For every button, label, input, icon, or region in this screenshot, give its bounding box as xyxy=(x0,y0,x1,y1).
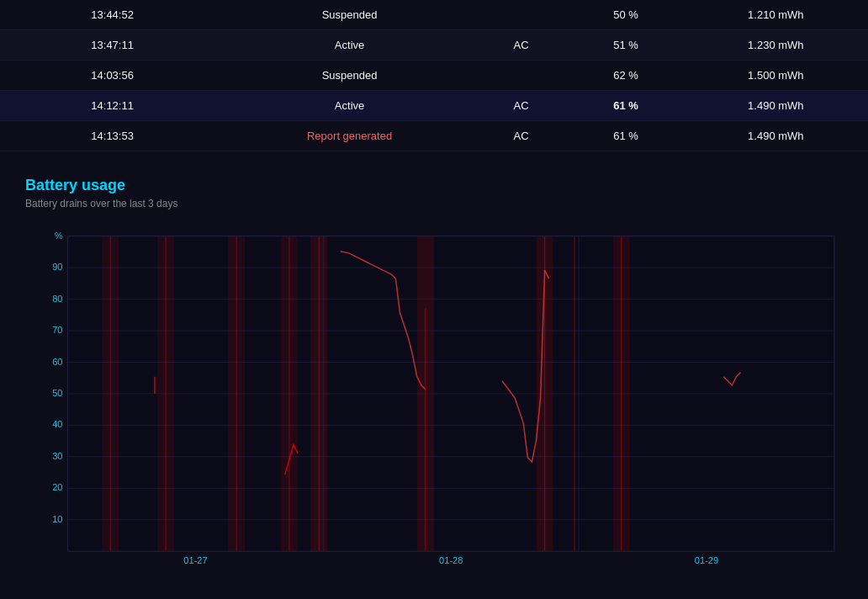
svg-text:01-28: 01-28 xyxy=(439,555,463,565)
battery-title: Battery usage xyxy=(25,177,843,194)
ac-cell: AC xyxy=(474,91,568,121)
status-cell: Active xyxy=(225,91,474,121)
mwh-cell: 1.230 mWh xyxy=(684,30,868,61)
percent-cell: 61 % xyxy=(568,121,683,151)
status-cell: Report generated xyxy=(225,121,474,151)
svg-text:10: 10 xyxy=(52,514,62,524)
svg-text:%: % xyxy=(55,231,63,241)
chart-svg: % 90 80 70 60 50 40 30 20 10 01-27 01-28… xyxy=(25,221,843,575)
svg-rect-37 xyxy=(417,236,434,552)
ac-cell: AC xyxy=(474,121,568,151)
time-cell: 14:03:56 xyxy=(0,61,225,91)
svg-rect-33 xyxy=(281,236,298,552)
ac-cell: AC xyxy=(474,30,568,61)
percent-cell: 51 % xyxy=(568,30,683,61)
svg-text:80: 80 xyxy=(52,294,62,304)
svg-text:60: 60 xyxy=(52,357,62,367)
events-table-section: 13:44:52 Suspended 50 % 1.210 mWh 13:47:… xyxy=(0,0,868,151)
ac-cell xyxy=(474,0,568,30)
percent-cell: 62 % xyxy=(568,61,683,91)
svg-rect-42 xyxy=(613,236,630,552)
status-cell: Suspended xyxy=(225,61,474,91)
svg-text:30: 30 xyxy=(52,451,62,461)
svg-text:01-29: 01-29 xyxy=(695,555,718,565)
svg-rect-28 xyxy=(157,236,174,552)
svg-text:90: 90 xyxy=(52,262,62,272)
svg-text:50: 50 xyxy=(52,388,62,398)
time-cell: 13:47:11 xyxy=(0,30,225,61)
battery-subtitle: Battery drains over the last 3 days xyxy=(25,198,843,209)
percent-cell: 50 % xyxy=(568,0,683,30)
mwh-cell: 1.210 mWh xyxy=(684,0,868,30)
mwh-cell: 1.490 mWh xyxy=(684,91,868,121)
battery-chart: % 90 80 70 60 50 40 30 20 10 01-27 01-28… xyxy=(25,221,843,575)
svg-rect-31 xyxy=(228,236,245,552)
time-cell: 13:44:52 xyxy=(0,0,225,30)
mwh-cell: 1.490 mWh xyxy=(684,121,868,151)
percent-cell: 61 % xyxy=(568,91,683,121)
status-cell: Active xyxy=(225,30,474,61)
events-table: 13:44:52 Suspended 50 % 1.210 mWh 13:47:… xyxy=(0,0,868,151)
mwh-cell: 1.500 mWh xyxy=(684,61,868,91)
status-cell: Suspended xyxy=(225,0,474,30)
time-cell: 14:12:11 xyxy=(0,91,225,121)
svg-text:01-27: 01-27 xyxy=(183,555,207,565)
svg-rect-26 xyxy=(102,236,119,552)
ac-cell xyxy=(474,61,568,91)
time-cell: 14:13:53 xyxy=(0,121,225,151)
svg-text:20: 20 xyxy=(52,482,62,492)
battery-usage-section: Battery usage Battery drains over the la… xyxy=(0,160,868,583)
svg-rect-35 xyxy=(310,236,327,552)
svg-text:40: 40 xyxy=(52,419,62,429)
svg-text:70: 70 xyxy=(52,325,62,335)
